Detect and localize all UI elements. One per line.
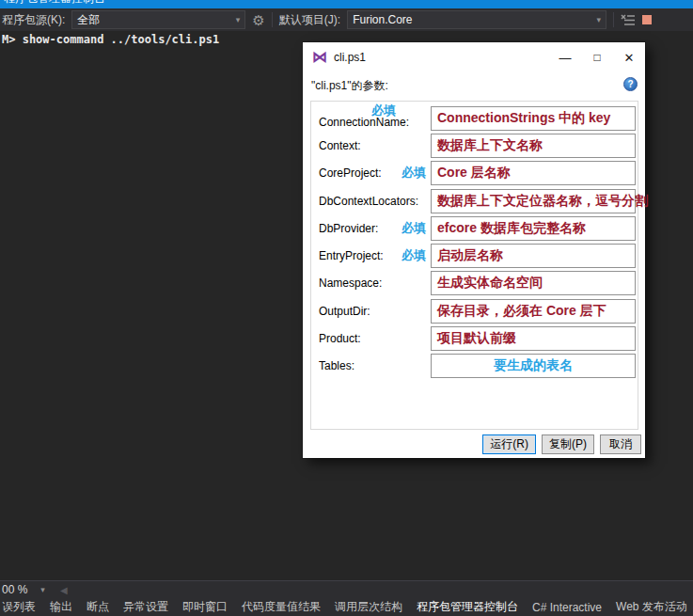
panel-tab[interactable]: 断点 <box>87 599 109 615</box>
package-source-value: 全部 <box>77 12 100 28</box>
clear-console-icon[interactable] <box>621 14 636 26</box>
field-watermark: 数据库上下文名称 <box>432 137 543 154</box>
chevron-down-icon: ▾ <box>230 15 241 24</box>
default-project-value: Furion.Core <box>353 13 412 26</box>
field-label-area: Context: <box>319 139 431 152</box>
editor-zoom-bar: 00 % ▾ ◀ <box>0 580 693 598</box>
package-source-combobox[interactable]: 全部 ▾ <box>71 10 245 29</box>
field-watermark: efcore 数据库包完整名称 <box>432 220 586 237</box>
help-icon[interactable]: ? <box>623 77 638 91</box>
panel-tabs: 误列表输出断点异常设置即时窗口代码度量值结果调用层次结构程序包管理器控制台C# … <box>0 598 693 616</box>
required-badge: 必填 <box>371 103 396 119</box>
field-label: CoreProject: <box>319 166 382 180</box>
panel-tab[interactable]: 代码度量值结果 <box>242 599 321 615</box>
panel-tab[interactable]: 即时窗口 <box>182 599 228 615</box>
stop-icon[interactable] <box>642 15 652 24</box>
panel-tab[interactable]: Web 发布活动 <box>616 599 687 615</box>
field-label: Namespace: <box>319 276 382 290</box>
field-label: DbContextLocators: <box>319 195 418 208</box>
cli-ps1-dialog: ⋈ cli.ps1 — □ ✕ "cli.ps1"的参数: ? Connecti… <box>303 42 645 458</box>
field-label-area: CoreProject: 必填 <box>319 165 431 182</box>
field-label: Tables: <box>319 359 354 372</box>
chevron-down-icon: ▾ <box>591 15 602 24</box>
field-row: ConnectionName: 必填 ConnectionStrings 中的 … <box>311 104 638 132</box>
field-watermark: 数据库上下文定位器名称，逗号分割 <box>432 193 648 210</box>
panel-tab[interactable]: 误列表 <box>2 599 36 615</box>
copy-button[interactable]: 复制(P) <box>542 434 594 454</box>
field-watermark: 要生成的表名 <box>494 357 573 374</box>
field-label-area: DbContextLocators: <box>319 195 431 208</box>
field-input[interactable]: efcore 数据库包完整名称 <box>431 216 636 241</box>
field-input[interactable]: 数据库上下文名称 <box>431 134 636 158</box>
scroll-left-icon[interactable]: ◀ <box>60 585 68 595</box>
panel-tab[interactable]: C# Interactive <box>532 601 602 614</box>
params-label: "cli.ps1"的参数: <box>311 78 388 94</box>
chevron-down-icon[interactable]: ▾ <box>40 585 45 594</box>
cancel-button[interactable]: 取消 <box>600 434 641 454</box>
field-row: Tables: 要生成的表名 <box>311 353 638 380</box>
field-label-area: Tables: <box>319 359 431 372</box>
console-output: M> show-command ../tools/cli.ps1 <box>2 33 219 46</box>
field-label: Product: <box>319 332 361 345</box>
field-label-area: OutputDir: <box>319 305 431 318</box>
field-input[interactable]: 要生成的表名 <box>431 354 636 378</box>
panel-title-bar: 程序包管理器控制台 <box>0 0 693 8</box>
default-project-label: 默认项目(J): <box>279 12 340 28</box>
console-toolbar: 程序包源(K): 全部 ▾ ⚙ 默认项目(J): Furion.Core ▾ <box>0 8 693 31</box>
fields-group: ConnectionName: 必填 ConnectionStrings 中的 … <box>310 101 638 430</box>
field-watermark: ConnectionStrings 中的 key <box>432 110 610 127</box>
field-input[interactable]: 生成实体命名空间 <box>431 271 636 295</box>
window-controls: — □ ✕ <box>549 44 645 71</box>
field-watermark: 项目默认前缀 <box>432 330 516 347</box>
field-row: Namespace: 生成实体命名空间 <box>311 270 638 297</box>
required-badge: 必填 <box>402 220 426 237</box>
field-row: Product: 项目默认前缀 <box>311 324 638 352</box>
field-label: Context: <box>319 139 361 152</box>
field-watermark: 保存目录，必须在 Core 层下 <box>432 303 606 320</box>
dialog-titlebar[interactable]: ⋈ cli.ps1 — □ ✕ <box>303 42 645 72</box>
default-project-combobox[interactable]: Furion.Core ▾ <box>347 10 606 29</box>
run-button[interactable]: 运行(R) <box>482 434 536 454</box>
minimize-icon[interactable]: — <box>549 44 581 71</box>
field-label: DbProvider: <box>319 222 378 235</box>
field-watermark: 生成实体命名空间 <box>432 275 543 292</box>
visual-studio-icon: ⋈ <box>312 50 327 65</box>
field-row: EntryProject: 必填 启动层名称 <box>311 242 638 269</box>
field-input[interactable]: Core 层名称 <box>431 161 636 185</box>
field-label-area: Product: <box>319 332 431 345</box>
required-badge: 必填 <box>402 247 426 264</box>
field-row: OutputDir: 保存目录，必须在 Core 层下 <box>311 297 638 324</box>
dialog-title: cli.ps1 <box>334 51 366 64</box>
field-watermark: 启动层名称 <box>432 247 503 264</box>
field-input[interactable]: 保存目录，必须在 Core 层下 <box>431 299 636 324</box>
field-label-area: ConnectionName: 必填 <box>319 107 431 129</box>
field-watermark: Core 层名称 <box>432 165 511 182</box>
field-row: CoreProject: 必填 Core 层名称 <box>311 160 638 187</box>
field-row: Context: 数据库上下文名称 <box>311 132 638 159</box>
field-row: DbProvider: 必填 efcore 数据库包完整名称 <box>311 214 638 242</box>
field-label-area: Namespace: <box>319 276 431 290</box>
close-icon[interactable]: ✕ <box>613 44 645 71</box>
field-input[interactable]: 数据库上下文定位器名称，逗号分割 <box>431 189 636 213</box>
field-input[interactable]: 项目默认前缀 <box>431 326 636 351</box>
dialog-buttons: 运行(R) 复制(P) 取消 <box>303 434 641 454</box>
gear-icon[interactable]: ⚙ <box>252 13 264 27</box>
package-source-label: 程序包源(K): <box>2 12 65 28</box>
field-label: EntryProject: <box>319 249 384 262</box>
field-input[interactable]: ConnectionStrings 中的 key <box>431 106 636 131</box>
panel-tab[interactable]: 调用层次结构 <box>335 599 402 615</box>
panel-tab[interactable]: 程序包管理器控制台 <box>417 599 518 615</box>
field-row: DbContextLocators: 数据库上下文定位器名称，逗号分割 <box>311 187 638 214</box>
field-label-area: EntryProject: 必填 <box>319 247 431 264</box>
zoom-level[interactable]: 00 % <box>2 583 27 596</box>
toolbar-separator <box>613 12 614 27</box>
field-label: OutputDir: <box>319 305 370 318</box>
maximize-icon[interactable]: □ <box>581 44 613 71</box>
required-badge: 必填 <box>402 165 426 182</box>
toolbar-separator <box>272 12 273 27</box>
panel-title-text: 程序包管理器控制台 <box>4 0 105 6</box>
panel-tab[interactable]: 输出 <box>50 599 72 615</box>
field-label-area: DbProvider: 必填 <box>319 220 431 237</box>
field-input[interactable]: 启动层名称 <box>431 244 636 268</box>
panel-tab[interactable]: 异常设置 <box>123 599 168 615</box>
